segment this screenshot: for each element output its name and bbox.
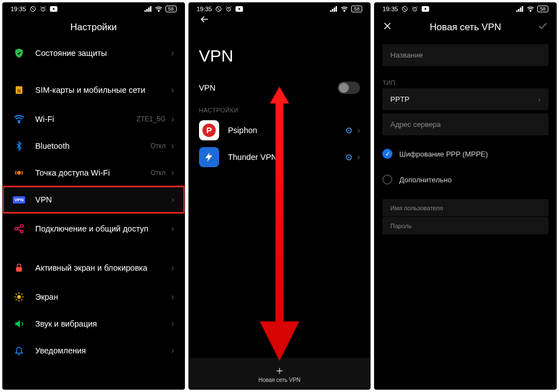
plus-icon: ＋ [274, 365, 285, 376]
svg-rect-41 [516, 11, 518, 12]
svg-rect-33 [336, 6, 338, 12]
vpn-server-input[interactable]: Адрес сервера [382, 114, 548, 135]
checkbox-checked-icon: ✓ [382, 149, 392, 159]
svg-point-14 [21, 225, 23, 228]
chevron-right-icon: › [171, 85, 174, 95]
status-time: 19:35 [11, 6, 26, 12]
svg-rect-5 [146, 9, 148, 12]
page-title: Настройки [3, 15, 184, 40]
status-bar: 19:35 58 [375, 3, 556, 15]
chevron-right-icon: › [357, 125, 360, 135]
vpn-new-screen: 19:35 58 Новая сеть VPN Название ТИП PPT… [374, 2, 557, 390]
svg-line-27 [217, 7, 220, 11]
settings-item-share[interactable]: Подключение и общий доступ › [3, 213, 184, 244]
vpn-app-label: Psiphon [228, 125, 345, 135]
header [189, 15, 371, 40]
svg-line-1 [31, 7, 35, 11]
chevron-right-icon: › [171, 263, 174, 273]
svg-line-25 [21, 294, 22, 295]
vpn-type-select[interactable]: PPTP › [382, 88, 548, 110]
svg-line-23 [21, 299, 22, 300]
toggle-label: VPN [199, 83, 338, 93]
youtube-icon [421, 6, 429, 12]
gear-icon[interactable]: ⚙ [345, 152, 353, 163]
settings-item-label: Wi-Fi [35, 114, 136, 124]
confirm-button[interactable] [537, 21, 548, 35]
youtube-icon [50, 6, 58, 12]
svg-point-11 [18, 122, 20, 124]
input-placeholder: Адрес сервера [390, 120, 440, 129]
settings-item-vpn[interactable]: VPN VPN › [3, 186, 184, 213]
settings-item-label: Подключение и общий доступ [35, 224, 171, 234]
input-placeholder: Пароль [390, 223, 411, 229]
settings-item-sim[interactable]: SIM-карты и мобильные сети › [3, 74, 184, 106]
settings-item-label: Звук и вибрация [35, 319, 171, 329]
add-vpn-button[interactable]: ＋ Новая сеть VPN [189, 358, 371, 389]
settings-item-label: Bluetooth [35, 141, 150, 151]
chevron-right-icon: › [171, 224, 174, 234]
input-placeholder: Имя пользователя [390, 205, 443, 211]
dnd-icon [30, 6, 36, 12]
svg-rect-43 [520, 8, 522, 12]
wifi-icon [13, 113, 25, 125]
checkbox-unchecked-icon [382, 174, 392, 185]
settings-screen: 19:35 58 Настройки Состояние защиты › SI… [2, 2, 185, 390]
brightness-icon [13, 291, 25, 303]
signal-icon [516, 6, 524, 12]
back-button[interactable] [199, 13, 210, 27]
vpn-app-thunder[interactable]: Thunder VPN ⚙ › [189, 144, 371, 171]
section-label: НАСТРОЙКИ [189, 101, 371, 117]
vpn-name-input[interactable]: Название [382, 44, 548, 66]
vpn-app-psiphon[interactable]: P Psiphon ⚙ › [189, 117, 371, 144]
settings-item-status: ZTE1_5G [136, 115, 165, 123]
svg-text:P: P [206, 125, 212, 135]
type-section-label: ТИП [375, 74, 556, 88]
status-bar: 19:35 58 [189, 3, 371, 15]
settings-item-display[interactable]: Экран › [3, 284, 184, 310]
youtube-icon [235, 6, 243, 12]
bell-icon [13, 344, 25, 357]
battery-icon: 58 [537, 6, 548, 12]
svg-line-24 [16, 299, 17, 300]
svg-rect-31 [332, 9, 334, 12]
settings-item-label: VPN [35, 195, 171, 205]
alarm-icon [225, 6, 232, 12]
settings-item-lockscreen[interactable]: Активный экран и блокировка › [3, 252, 184, 284]
svg-point-8 [158, 11, 159, 12]
svg-rect-4 [144, 11, 146, 12]
settings-item-security[interactable]: Состояние защиты › [3, 40, 184, 67]
gear-icon[interactable]: ⚙ [345, 125, 353, 136]
chevron-right-icon: › [171, 114, 174, 124]
chevron-right-icon: › [171, 346, 174, 356]
settings-item-wifi[interactable]: Wi-Fi ZTE1_5G › [3, 106, 184, 133]
svg-line-38 [403, 7, 406, 11]
settings-item-bluetooth[interactable]: Bluetooth Откл › [3, 133, 184, 159]
svg-rect-42 [518, 9, 520, 12]
close-button[interactable] [382, 21, 392, 34]
vpn-list-screen: 19:35 58 VPN VPN НАСТРОЙКИ P Psiphon ⚙ ›… [188, 2, 371, 390]
encryption-checkbox-row[interactable]: ✓ Шифрование PPP (MPPE) [375, 143, 556, 164]
svg-point-12 [18, 172, 21, 174]
svg-point-15 [21, 230, 23, 233]
settings-item-notifications[interactable]: Уведомления › [3, 337, 184, 364]
settings-item-hotspot[interactable]: Точка доступа Wi-Fi Откл › [3, 159, 184, 186]
header: Новая сеть VPN [375, 15, 556, 40]
settings-item-sound[interactable]: Звук и вибрация › [3, 310, 184, 337]
vpn-password-input[interactable]: Пароль [382, 217, 548, 234]
vpn-username-input[interactable]: Имя пользователя [382, 199, 548, 216]
input-placeholder: Название [390, 51, 423, 59]
svg-line-22 [16, 294, 17, 295]
chevron-right-icon: › [171, 48, 174, 58]
battery-icon: 58 [165, 6, 177, 12]
signal-icon [330, 6, 338, 12]
vpn-master-toggle-row[interactable]: VPN [189, 74, 371, 101]
vpn-toggle[interactable] [338, 82, 360, 94]
status-time: 19:35 [382, 6, 398, 12]
chevron-right-icon: › [171, 319, 174, 329]
additional-checkbox-row[interactable]: Дополнительно [375, 169, 556, 190]
page-title: Новая сеть VPN [430, 22, 501, 33]
bluetooth-icon [13, 140, 25, 152]
settings-item-label: Состояние защиты [35, 48, 171, 58]
battery-icon: 58 [351, 6, 362, 12]
wifi-icon [527, 6, 534, 12]
